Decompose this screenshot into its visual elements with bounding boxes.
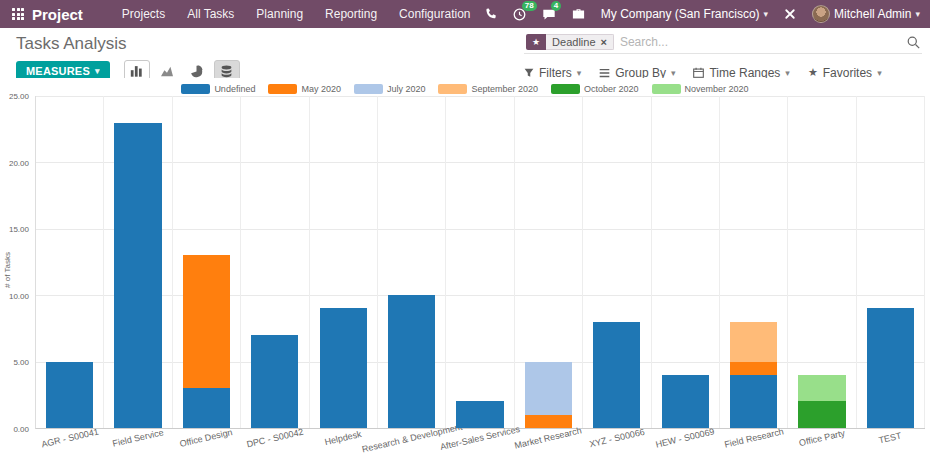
legend-item[interactable]: November 2020 xyxy=(652,84,749,94)
search-bar[interactable]: ★ Deadline × xyxy=(524,33,922,54)
company-name: My Company (San Francisco) xyxy=(601,7,760,21)
y-tick-label: 5.00 xyxy=(0,358,29,367)
bar-segment[interactable] xyxy=(662,375,709,428)
bar-segment[interactable] xyxy=(114,123,161,428)
activity-count-badge: 78 xyxy=(522,1,537,11)
category-column: Market Research xyxy=(515,96,583,428)
x-axis-label: Helpdesk xyxy=(324,429,363,447)
stacked-bar[interactable] xyxy=(662,96,709,428)
stacked-bar[interactable] xyxy=(114,96,161,428)
stacked-bar[interactable] xyxy=(46,96,93,428)
search-icon[interactable] xyxy=(907,36,920,49)
legend-item[interactable]: September 2020 xyxy=(438,84,538,94)
category-column: TEST xyxy=(857,96,925,428)
chevron-down-icon: ▾ xyxy=(785,68,790,78)
bar-segment[interactable] xyxy=(730,375,777,428)
nav-item-reporting[interactable]: Reporting xyxy=(314,0,388,28)
legend-label: September 2020 xyxy=(471,84,538,94)
stacked-bar[interactable] xyxy=(593,96,640,428)
facet-label: Deadline xyxy=(552,36,595,48)
stacked-bar[interactable] xyxy=(320,96,367,428)
app-name[interactable]: Project xyxy=(32,6,83,23)
bar-segment[interactable] xyxy=(320,308,367,428)
stacked-bar[interactable] xyxy=(388,96,435,428)
apps-menu-icon[interactable] xyxy=(12,8,24,20)
company-switcher[interactable]: My Company (San Francisco) ▾ xyxy=(601,7,768,21)
stacked-bar[interactable] xyxy=(730,96,777,428)
bar-segment[interactable] xyxy=(730,322,777,362)
bar-segment[interactable] xyxy=(798,375,845,402)
chart-legend: UndefinedMay 2020July 2020September 2020… xyxy=(0,84,930,94)
category-column: Field Service xyxy=(104,96,172,428)
nav-item-projects[interactable]: Projects xyxy=(111,0,176,28)
x-axis-label: Office Design xyxy=(179,427,234,449)
bar-segment[interactable] xyxy=(456,401,503,428)
legend-label: October 2020 xyxy=(584,84,639,94)
user-menu[interactable]: Mitchell Admin ▾ xyxy=(812,5,920,23)
x-axis-label: Market Research xyxy=(514,425,583,450)
bar-segment[interactable] xyxy=(867,308,914,428)
bar-segment[interactable] xyxy=(46,362,93,428)
legend-label: Undefined xyxy=(214,84,255,94)
top-navbar: Project Projects All Tasks Planning Repo… xyxy=(0,0,930,28)
bar-segment[interactable] xyxy=(525,362,572,415)
chevron-down-icon: ▾ xyxy=(915,9,920,19)
stacked-bar[interactable] xyxy=(867,96,914,428)
x-axis-label: AGR - S00041 xyxy=(40,427,99,450)
bar-segment[interactable] xyxy=(183,388,230,428)
facet-remove-icon[interactable]: × xyxy=(601,36,607,48)
search-facet: ★ Deadline × xyxy=(526,34,614,50)
y-axis: 25.0020.0015.0010.005.000.00 xyxy=(0,96,32,429)
y-tick-label: 10.00 xyxy=(0,292,29,301)
briefcase-icon[interactable] xyxy=(572,8,585,20)
activities-clock-icon[interactable]: 78 xyxy=(513,8,526,21)
x-axis-label: Field Service xyxy=(112,427,165,448)
bar-segment[interactable] xyxy=(388,295,435,428)
chevron-down-icon: ▾ xyxy=(764,9,769,19)
legend-item[interactable]: May 2020 xyxy=(268,84,341,94)
x-axis-label: DPC - S00042 xyxy=(245,427,304,450)
chevron-down-icon: ▾ xyxy=(671,68,676,78)
stacked-bar[interactable] xyxy=(456,96,503,428)
x-axis-label: Field Research xyxy=(723,426,784,449)
bar-segment[interactable] xyxy=(798,401,845,428)
chevron-down-icon: ▾ xyxy=(877,68,882,78)
measures-label: MEASURES xyxy=(26,65,90,77)
stacked-bar[interactable] xyxy=(798,96,845,428)
bar-segment[interactable] xyxy=(525,415,572,428)
legend-swatch xyxy=(438,84,467,94)
tasks-analysis-chart: UndefinedMay 2020July 2020September 2020… xyxy=(0,78,930,461)
page-title: Tasks Analysis xyxy=(16,34,524,54)
stacked-bar[interactable] xyxy=(525,96,572,428)
user-name: Mitchell Admin xyxy=(834,7,911,21)
legend-item[interactable]: July 2020 xyxy=(354,84,426,94)
legend-swatch xyxy=(181,84,210,94)
phone-icon[interactable] xyxy=(485,8,497,20)
bar-segment[interactable] xyxy=(183,255,230,388)
legend-item[interactable]: Undefined xyxy=(181,84,255,94)
stacked-bar[interactable] xyxy=(251,96,298,428)
bar-segment[interactable] xyxy=(593,322,640,428)
x-axis-label: TEST xyxy=(878,431,903,446)
chevron-down-icon: ▾ xyxy=(95,66,100,76)
x-axis-label: XYZ - S00066 xyxy=(588,427,645,449)
legend-label: May 2020 xyxy=(301,84,341,94)
stacked-bar[interactable] xyxy=(183,96,230,428)
bar-segment[interactable] xyxy=(730,362,777,375)
category-column: HEW - S00069 xyxy=(652,96,720,428)
search-input[interactable] xyxy=(620,35,907,49)
nav-item-planning[interactable]: Planning xyxy=(245,0,314,28)
messages-icon[interactable]: 4 xyxy=(542,8,556,21)
category-column: XYZ - S00066 xyxy=(583,96,651,428)
x-axis-label: Office Party xyxy=(798,428,846,448)
legend-swatch xyxy=(268,84,297,94)
debug-tools-icon[interactable] xyxy=(784,8,796,20)
bar-segment[interactable] xyxy=(251,335,298,428)
category-column: DPC - S00042 xyxy=(241,96,309,428)
avatar xyxy=(812,5,830,23)
legend-item[interactable]: October 2020 xyxy=(551,84,639,94)
nav-item-configuration[interactable]: Configuration xyxy=(388,0,481,28)
legend-label: November 2020 xyxy=(685,84,749,94)
category-column: AGR - S00041 xyxy=(36,96,104,428)
nav-item-all-tasks[interactable]: All Tasks xyxy=(176,0,245,28)
